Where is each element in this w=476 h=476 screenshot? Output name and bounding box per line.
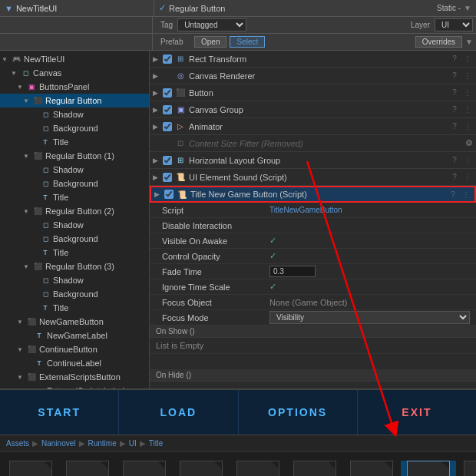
tree-label: NewGameButton bbox=[39, 317, 104, 326]
animator-check[interactable] bbox=[163, 122, 172, 131]
sub-icon: T bbox=[40, 137, 51, 147]
start-button[interactable]: START bbox=[0, 390, 119, 435]
btn4-icon: ⬛ bbox=[26, 372, 37, 382]
asset-item-ititleui[interactable]: # ITitleUI bbox=[60, 461, 115, 477]
canvas-group-check[interactable] bbox=[163, 105, 172, 114]
tree-item-background3[interactable]: ◻ Background bbox=[0, 232, 149, 246]
tree-item-background4[interactable]: ◻ Background bbox=[0, 287, 149, 301]
on-show-section: On Show () bbox=[150, 326, 476, 338]
tree-item-shadow3[interactable]: ◻ Shadow bbox=[0, 218, 149, 232]
animator-row[interactable]: ▶ ▷ Animator ? ⋮ bbox=[150, 118, 476, 135]
title-new-game-button-row[interactable]: ▶ 📜 Title New Game Button (Script) ? ⋮ bbox=[150, 186, 476, 203]
tree-item-background2[interactable]: ◻ Background bbox=[0, 177, 149, 190]
tngb-check[interactable] bbox=[164, 190, 174, 199]
rect-transform-row[interactable]: ▶ ⊞ Rect Transform ? ⋮ bbox=[150, 51, 476, 68]
rect-transform-check[interactable] bbox=[163, 55, 172, 64]
fade-time-input[interactable] bbox=[269, 266, 316, 277]
open-button[interactable]: Open bbox=[194, 36, 226, 48]
tree-item-externalscripts[interactable]: ▼ ⬛ ExternalScriptsButton bbox=[0, 370, 149, 384]
tree-item-regularbutton3[interactable]: ▼ ⬛ Regular Button (3) bbox=[0, 259, 149, 273]
breadcrumb-ui[interactable]: UI bbox=[129, 439, 137, 448]
tree-item-continuebtn[interactable]: ▼ ⬛ ContinueButton bbox=[0, 342, 149, 356]
asset-row: # EngineVers... # ITitleUI # TitleCGGall… bbox=[0, 451, 476, 476]
focus-object-row: Focus Object None (Game Object) bbox=[150, 295, 476, 310]
tree-item-continuelabel[interactable]: T ContinueLabel bbox=[0, 356, 149, 370]
tree-item-canvas[interactable]: ▼ ◻ Canvas bbox=[0, 66, 149, 80]
options-button[interactable]: OPTIONS bbox=[239, 390, 358, 435]
tree-item-title2[interactable]: T Title bbox=[0, 190, 149, 204]
select-button[interactable]: Select bbox=[230, 36, 265, 48]
tree-label: Regular Button (2) bbox=[45, 207, 114, 216]
tree-label: ExternalScriptsLabel bbox=[47, 386, 124, 388]
ues-check[interactable] bbox=[163, 173, 172, 182]
sub-icon: ◻ bbox=[40, 220, 51, 230]
asset-item-titleextern[interactable]: # TitleExtern... bbox=[287, 461, 342, 477]
disable-interaction-label: Disable Interaction bbox=[162, 221, 269, 230]
tree-item-regularbutton[interactable]: ▼ ⬛ Regular Button bbox=[0, 94, 149, 107]
overrides-button[interactable]: Overrides bbox=[415, 36, 462, 48]
ues-label: UI Element Sound (Script) bbox=[189, 173, 447, 182]
asset-item-titlecontin[interactable]: # TitleContin... bbox=[174, 461, 229, 477]
breadcrumb-assets[interactable]: Assets bbox=[6, 439, 29, 448]
tree-item-shadow4[interactable]: ◻ Shadow bbox=[0, 273, 149, 287]
load-button[interactable]: LOAD bbox=[119, 390, 238, 435]
breadcrumb-title[interactable]: Title bbox=[149, 439, 164, 448]
tngb-label: Title New Game Button (Script) bbox=[190, 190, 445, 199]
ignore-time-scale-label: Ignore Time Scale bbox=[162, 283, 269, 292]
canvas-group-row[interactable]: ▶ ▣ Canvas Group ? ⋮ bbox=[150, 101, 476, 118]
tree-item-regularbutton2[interactable]: ▼ ⬛ Regular Button (2) bbox=[0, 204, 149, 218]
tree-label: NewGameLabel bbox=[47, 331, 107, 340]
tree-item-newtitleui[interactable]: ▼ 🎮 NewTitleUI bbox=[0, 52, 149, 66]
asset-item-titleexitbt[interactable]: # TitleExitBut... bbox=[230, 461, 286, 477]
static-dropdown[interactable]: ▼ bbox=[464, 4, 471, 12]
asset-item-titlecggall[interactable]: # TitleCGGall... bbox=[117, 461, 172, 477]
canvas-renderer-row[interactable]: ▶ ◎ Canvas Renderer ? ⋮ bbox=[150, 68, 476, 84]
tag-select[interactable]: Untagged bbox=[177, 18, 246, 31]
button-row[interactable]: ▶ ⬛ Button ? ⋮ bbox=[150, 84, 476, 101]
focus-object-value: None (Game Object) bbox=[269, 298, 470, 307]
sub-icon: T bbox=[40, 302, 51, 313]
asset-item-titlemenu[interactable]: # TitleMenu bbox=[344, 461, 399, 477]
csf-icon: ⊡ bbox=[174, 137, 187, 150]
hlg-icon: ⊞ bbox=[174, 154, 187, 167]
breadcrumb-naninovel[interactable]: Naninovel bbox=[41, 439, 75, 448]
tree-item-title4[interactable]: T Title bbox=[0, 301, 149, 315]
disable-interaction-row: Disable Interaction bbox=[150, 218, 476, 233]
csf-label: Content Size Fitter (Removed) bbox=[189, 139, 463, 148]
button-check[interactable] bbox=[163, 88, 172, 98]
script-prop-value: TitleNewGameButton bbox=[269, 206, 470, 214]
tree-item-title1[interactable]: T Title bbox=[0, 135, 149, 149]
static-label: Static - bbox=[437, 4, 461, 12]
tree-item-background1[interactable]: ◻ Background bbox=[0, 121, 149, 135]
tree-item-newgamebtn[interactable]: ▼ ⬛ NewGameButton bbox=[0, 315, 149, 329]
canvas-renderer-label: Canvas Renderer bbox=[189, 71, 447, 81]
asset-item-titlesetti[interactable]: # TitleSettin... bbox=[458, 461, 476, 477]
breadcrumb-runtime[interactable]: Runtime bbox=[88, 439, 117, 448]
content-size-fitter-row[interactable]: ⊡ Content Size Fitter (Removed) ⚙ bbox=[150, 135, 476, 152]
horizontal-layout-row[interactable]: ▶ ⊞ Horizontal Layout Group ? ⋮ bbox=[150, 152, 476, 169]
tree-item-shadow1[interactable]: ◻ Shadow bbox=[0, 107, 149, 121]
exit-button[interactable]: EXIT bbox=[358, 390, 476, 435]
layer-select[interactable]: UI bbox=[435, 18, 473, 31]
asset-item-enginevers[interactable]: # EngineVers... bbox=[3, 461, 58, 477]
tree-label: Shadow bbox=[53, 220, 84, 230]
tree-item-regularbutton1[interactable]: ▼ ⬛ Regular Button (1) bbox=[0, 149, 149, 163]
tngb-icon: 📜 bbox=[176, 188, 188, 200]
tree-item-buttonspanel[interactable]: ▼ ▣ ButtonsPanel bbox=[0, 80, 149, 94]
tree-label: Background bbox=[53, 289, 98, 299]
asset-icon-titlesetti: # bbox=[464, 461, 476, 477]
tree-item-externalscriptslabel[interactable]: T ExternalScriptsLabel bbox=[0, 384, 149, 388]
asset-item-titlenewg[interactable]: # TitleNewG... bbox=[401, 461, 456, 477]
prefab-label: Prefab bbox=[160, 38, 191, 46]
sub-icon: ◻ bbox=[40, 275, 51, 286]
tree-item-title3[interactable]: T Title bbox=[0, 246, 149, 259]
go-icon: 🎮 bbox=[11, 54, 21, 64]
tree-item-shadow2[interactable]: ◻ Shadow bbox=[0, 163, 149, 177]
animator-label: Animator bbox=[189, 122, 447, 131]
btn-icon: ⬛ bbox=[32, 95, 43, 106]
tree-item-newgamelabel[interactable]: T NewGameLabel bbox=[0, 329, 149, 342]
canvas-group-label: Canvas Group bbox=[189, 105, 447, 114]
hlg-check[interactable] bbox=[163, 156, 172, 165]
focus-mode-select[interactable]: Visibility bbox=[269, 311, 470, 324]
ui-element-sound-row[interactable]: ▶ 📜 UI Element Sound (Script) ? ⋮ bbox=[150, 169, 476, 186]
